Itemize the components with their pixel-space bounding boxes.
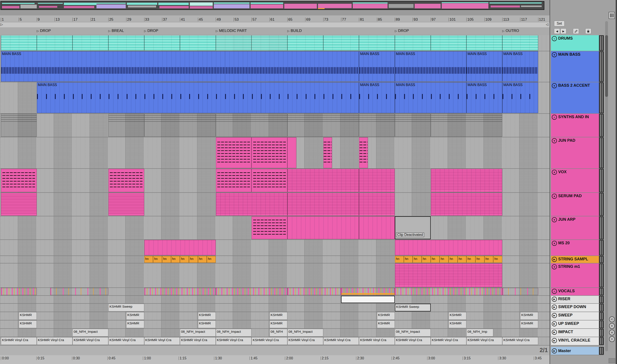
- clip[interactable]: hn: [440, 256, 449, 263]
- clip[interactable]: KSHMR Sweep: [108, 304, 144, 312]
- clip[interactable]: KSHMR Vinyl Cra: [216, 337, 252, 345]
- clip[interactable]: MAIN BASS: [1, 51, 359, 82]
- clip[interactable]: [359, 137, 368, 168]
- clip[interactable]: hn: [198, 256, 207, 263]
- panel-toggle-io[interactable]: IO: [609, 316, 615, 322]
- vertical-scrollbar-thumb[interactable]: [605, 35, 608, 97]
- clip[interactable]: KSHMR: [520, 312, 538, 320]
- clip[interactable]: 08_NFH_Impact: [216, 329, 252, 337]
- clip[interactable]: KSHMR: [269, 320, 287, 328]
- clip[interactable]: [144, 114, 216, 137]
- track-header-jun-arp[interactable]: ▼JUN ARP: [551, 216, 604, 240]
- track-lane-bass-2-accent[interactable]: MAIN BASSMAIN BASSMAIN BASSMAIN BASSMAIN…: [0, 82, 550, 114]
- clip[interactable]: 08_NFH_Imp: [466, 329, 493, 337]
- clip[interactable]: [431, 35, 467, 51]
- clip[interactable]: hn: [207, 256, 216, 263]
- clip[interactable]: [395, 114, 431, 137]
- next-locator-button[interactable]: ▶: [560, 28, 566, 34]
- clip[interactable]: [395, 263, 502, 287]
- track-header-riser[interactable]: ▶RISER: [551, 296, 604, 304]
- clip[interactable]: [108, 114, 144, 137]
- clip[interactable]: KSHMR: [377, 312, 395, 320]
- panel-toggle-m[interactable]: M: [609, 330, 615, 335]
- clip[interactable]: KSHMR: [198, 320, 216, 328]
- clip[interactable]: [108, 169, 144, 192]
- clip[interactable]: MAIN BASS: [359, 82, 395, 113]
- clip[interactable]: 08_NFH_Impact: [180, 329, 216, 337]
- clip[interactable]: hn: [431, 256, 440, 263]
- clip[interactable]: [1, 288, 37, 295]
- clip[interactable]: KSHMR Vinyl Cra: [108, 337, 144, 345]
- panel-toggle-r[interactable]: R: [609, 323, 615, 329]
- track-header-ms-20[interactable]: ▼MS 20: [551, 240, 604, 256]
- clip[interactable]: 08_NFH_Impact: [287, 329, 323, 337]
- clip[interactable]: [359, 193, 395, 216]
- locator-outro[interactable]: ▷OUTRO: [502, 29, 519, 33]
- clip[interactable]: [502, 35, 538, 51]
- resize-corner[interactable]: [609, 358, 615, 363]
- clip[interactable]: [108, 193, 144, 216]
- clip[interactable]: [252, 169, 287, 192]
- clip[interactable]: [466, 35, 502, 51]
- track-header-synths-and-in[interactable]: ≡SYNTHS AND IN: [551, 114, 604, 137]
- clip[interactable]: Clip Deactivated: [395, 216, 431, 239]
- clip[interactable]: [287, 193, 359, 216]
- clip[interactable]: [502, 288, 538, 295]
- scrub-area[interactable]: ▷ ◁: [0, 22, 550, 27]
- clip[interactable]: KSHMR Vinyl Cra: [502, 337, 538, 345]
- clip[interactable]: KSHMR: [126, 312, 144, 320]
- clip[interactable]: KSHMR: [449, 320, 466, 328]
- clip[interactable]: [287, 169, 359, 192]
- clip[interactable]: KSHMR Vinyl Cra: [359, 337, 395, 345]
- clip[interactable]: [359, 216, 395, 239]
- track-header-string-sampl[interactable]: ▶STRING SAMPL: [551, 256, 604, 263]
- clip[interactable]: 08_NFH_Impact: [72, 329, 108, 337]
- clip[interactable]: [144, 35, 180, 51]
- clip[interactable]: [287, 114, 359, 137]
- clip[interactable]: MAIN BASS: [466, 82, 502, 113]
- clip[interactable]: KSHMR Vinyl Cra: [72, 337, 108, 345]
- clip[interactable]: [1, 35, 37, 51]
- clip[interactable]: KSHMR: [19, 312, 37, 320]
- clip[interactable]: KSHMR: [198, 312, 216, 320]
- clip[interactable]: KSHMR: [520, 320, 538, 328]
- clip[interactable]: KSHMR Vinyl Cra: [323, 337, 359, 345]
- track-header-bass-2-accent[interactable]: ▼BASS 2 ACCENT: [551, 82, 604, 114]
- panel-toggle-d[interactable]: D: [609, 336, 615, 342]
- clip[interactable]: KSHMR Vinyl Cra: [466, 337, 502, 345]
- clip[interactable]: [72, 35, 108, 51]
- clip[interactable]: [395, 240, 502, 255]
- track-lane-impact[interactable]: 08_NFH_Impact08_NFH_Impact08_NFH_Impact0…: [0, 329, 550, 337]
- clip[interactable]: [50, 288, 108, 295]
- track-header-up-sweep[interactable]: ▶UP SWEEP: [551, 320, 604, 329]
- mixer-section-toggle[interactable]: [609, 12, 615, 19]
- track-header-vocals[interactable]: ≡VOCALS: [551, 288, 604, 296]
- track-header-vox[interactable]: ▼VOX: [551, 169, 604, 193]
- previous-locator-button[interactable]: ◀: [554, 28, 560, 34]
- clip[interactable]: [216, 35, 252, 51]
- lock-envelopes-button[interactable]: [585, 28, 591, 34]
- track-header-jun-pad[interactable]: ▼JUN PAD: [551, 137, 604, 169]
- clip[interactable]: hn: [189, 256, 198, 263]
- track-header-sweep[interactable]: ▶SWEEP: [551, 312, 604, 320]
- clip[interactable]: [144, 240, 216, 255]
- master-track-lane[interactable]: 2/1: [0, 346, 550, 355]
- clip[interactable]: [323, 137, 332, 168]
- locator-drop[interactable]: ▷DROP: [395, 29, 409, 33]
- clip[interactable]: KSHMR: [269, 312, 287, 320]
- clip[interactable]: hn: [475, 256, 484, 263]
- track-lane-jun-arp[interactable]: Clip Deactivated: [0, 216, 550, 240]
- clip[interactable]: [287, 137, 296, 168]
- clip[interactable]: [287, 35, 323, 51]
- locator-melodic-part[interactable]: ▷MELODIC PART: [216, 29, 247, 33]
- track-lane-vocals[interactable]: [0, 288, 550, 296]
- clip[interactable]: [37, 35, 73, 51]
- clip[interactable]: MAIN BASS: [502, 51, 538, 82]
- track-header-master[interactable]: ▶ Master: [551, 347, 604, 355]
- draw-mode-button[interactable]: [573, 28, 579, 34]
- track-header-main-bass[interactable]: ▼MAIN BASS: [551, 51, 604, 82]
- clip[interactable]: hn: [180, 256, 189, 263]
- locator-breal[interactable]: ▷BREAL: [108, 29, 124, 33]
- track-lane-riser[interactable]: [0, 296, 550, 304]
- clip[interactable]: [359, 169, 395, 192]
